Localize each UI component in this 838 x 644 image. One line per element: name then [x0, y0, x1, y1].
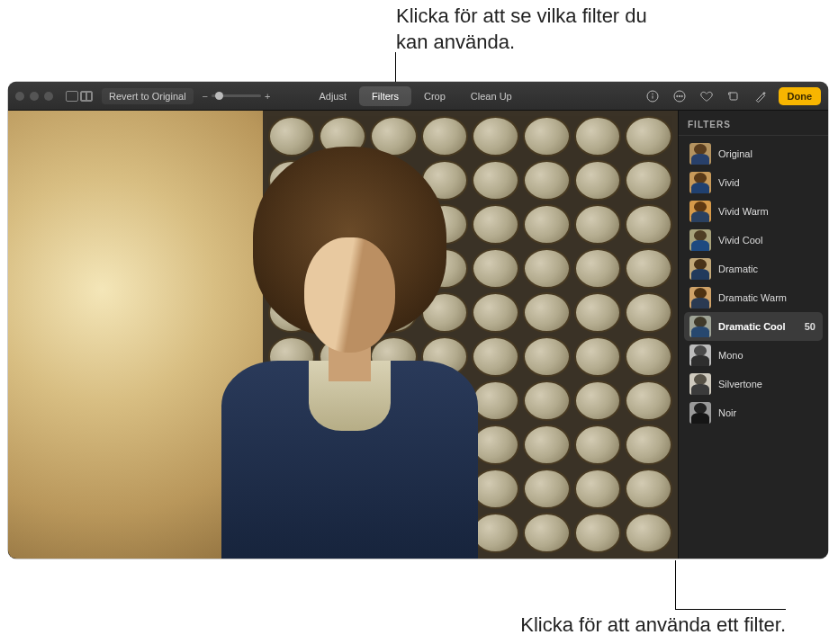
- filter-vivid-warm[interactable]: Vivid Warm: [684, 197, 823, 226]
- panel-title: FILTERS: [679, 111, 828, 136]
- filter-thumb: [689, 229, 711, 251]
- tab-crop[interactable]: Crop: [411, 86, 458, 106]
- filter-thumb: [689, 143, 711, 165]
- filter-mono[interactable]: Mono: [684, 341, 823, 370]
- done-button[interactable]: Done: [779, 87, 822, 105]
- zoom-out-icon[interactable]: −: [203, 91, 208, 102]
- window-controls[interactable]: [15, 92, 53, 101]
- filter-list: OriginalVividVivid WarmVivid CoolDramati…: [679, 136, 828, 431]
- zoom-in-icon[interactable]: +: [265, 91, 270, 102]
- svg-point-5: [679, 95, 680, 96]
- filter-thumb: [689, 344, 711, 366]
- filter-label: Vivid: [718, 177, 817, 188]
- view-toggle[interactable]: [66, 91, 93, 102]
- photos-edit-window: Revert to Original − + AdjustFiltersCrop…: [8, 82, 828, 559]
- toolbar: Revert to Original − + AdjustFiltersCrop…: [8, 82, 828, 111]
- tab-filters[interactable]: Filters: [359, 86, 411, 106]
- close-dot[interactable]: [15, 92, 24, 101]
- svg-point-2: [652, 94, 653, 94]
- filter-label: Original: [718, 148, 817, 159]
- favorite-icon[interactable]: [698, 87, 716, 105]
- filter-thumb: [689, 258, 711, 280]
- filter-label: Noir: [718, 407, 817, 418]
- filter-thumb: [689, 373, 711, 395]
- view-split-icon[interactable]: [80, 91, 93, 102]
- filter-thumb: [689, 201, 711, 222]
- filter-label: Vivid Warm: [718, 206, 817, 217]
- minimize-dot[interactable]: [30, 92, 39, 101]
- photo-canvas[interactable]: [8, 111, 678, 559]
- filter-thumb: [689, 287, 711, 309]
- content-area: FILTERS OriginalVividVivid WarmVivid Coo…: [8, 111, 828, 559]
- rotate-icon[interactable]: [725, 87, 743, 105]
- svg-rect-7: [730, 93, 737, 100]
- filter-thumb: [689, 172, 711, 193]
- callout-line: [675, 609, 786, 610]
- callout-bottom: Klicka för att använda ett filter.: [520, 613, 786, 639]
- callout-line: [395, 52, 396, 82]
- filter-dramatic[interactable]: Dramatic: [684, 255, 823, 283]
- svg-point-6: [681, 95, 682, 96]
- filter-label: Dramatic Cool: [718, 321, 797, 332]
- filter-dramatic-cool[interactable]: Dramatic Cool50: [684, 312, 823, 341]
- callout-top: Klicka för att se vilka filter du kan an…: [396, 4, 666, 55]
- tab-clean-up[interactable]: Clean Up: [458, 86, 525, 106]
- callout-line: [675, 560, 676, 610]
- filter-label: Silvertone: [718, 379, 817, 389]
- filter-label: Mono: [718, 350, 817, 361]
- edit-mode-tabs: AdjustFiltersCropClean Up: [306, 86, 524, 106]
- filter-label: Dramatic: [718, 264, 817, 274]
- tab-adjust[interactable]: Adjust: [306, 86, 359, 106]
- info-icon[interactable]: [644, 87, 662, 105]
- svg-point-4: [676, 95, 677, 96]
- filter-label: Dramatic Warm: [718, 292, 817, 303]
- filter-noir[interactable]: Noir: [684, 398, 823, 427]
- view-single-icon[interactable]: [66, 91, 78, 102]
- filter-original[interactable]: Original: [684, 139, 823, 168]
- auto-enhance-icon[interactable]: [752, 87, 770, 105]
- filter-vivid-cool[interactable]: Vivid Cool: [684, 226, 823, 255]
- filter-thumb: [689, 316, 711, 337]
- zoom-slider[interactable]: − +: [203, 91, 271, 102]
- filter-intensity-value: 50: [805, 321, 817, 332]
- revert-button[interactable]: Revert to Original: [102, 88, 194, 104]
- filter-label: Vivid Cool: [718, 235, 817, 246]
- more-icon[interactable]: [671, 87, 689, 105]
- filter-silvertone[interactable]: Silvertone: [684, 370, 823, 398]
- filter-thumb: [689, 402, 711, 424]
- filter-dramatic-warm[interactable]: Dramatic Warm: [684, 283, 823, 312]
- photo-preview: [8, 111, 678, 559]
- filters-panel: FILTERS OriginalVividVivid WarmVivid Coo…: [678, 111, 828, 559]
- filter-vivid[interactable]: Vivid: [684, 168, 823, 197]
- zoom-dot[interactable]: [44, 92, 53, 101]
